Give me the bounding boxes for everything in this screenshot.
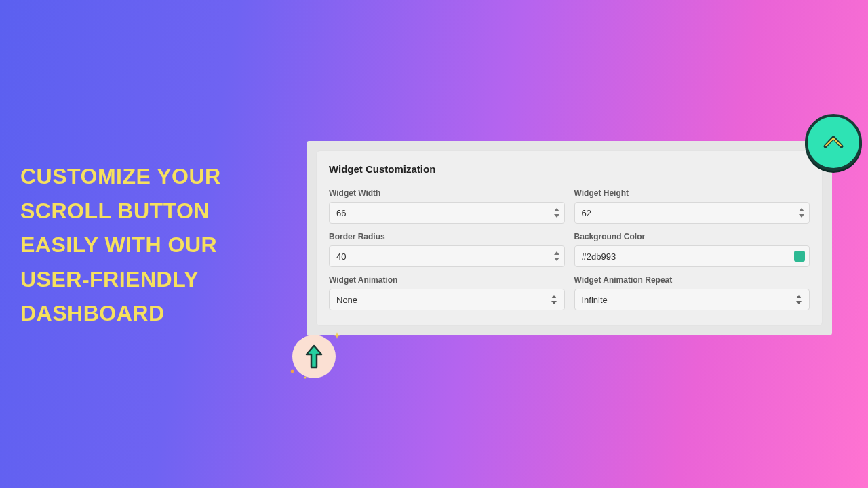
field-border-radius: Border Radius 40 xyxy=(329,232,565,267)
value-widget-animation: None xyxy=(336,295,357,305)
value-widget-height: 62 xyxy=(582,208,591,218)
panel-title: Widget Customization xyxy=(329,163,810,175)
field-widget-animation-repeat: Widget Animation Repeat Infinite xyxy=(574,275,810,310)
stepper-icon[interactable] xyxy=(798,207,805,218)
sparkle-icon xyxy=(303,375,307,380)
value-background-color: #2db993 xyxy=(582,251,616,262)
value-border-radius: 40 xyxy=(336,251,346,262)
select-widget-animation[interactable]: None xyxy=(329,289,565,310)
sparkle-icon xyxy=(334,332,340,339)
scroll-button-sample xyxy=(292,335,336,378)
select-widget-animation-repeat[interactable]: Infinite xyxy=(574,289,810,310)
stepper-icon[interactable] xyxy=(553,207,560,218)
color-swatch[interactable] xyxy=(794,251,805,262)
promo-stage: Customize your scroll button easily with… xyxy=(0,0,868,488)
value-widget-width: 66 xyxy=(336,208,346,218)
scroll-to-top-button-preview[interactable] xyxy=(805,114,862,171)
widget-customization-card: Widget Customization Widget Width 66 Wid… xyxy=(316,150,823,326)
field-background-color: Background Color #2db993 xyxy=(574,232,810,267)
chevron-updown-icon xyxy=(795,294,802,305)
label-background-color: Background Color xyxy=(574,232,810,241)
row-animation: Widget Animation None Widget Animation R… xyxy=(329,275,810,310)
label-widget-animation-repeat: Widget Animation Repeat xyxy=(574,275,810,285)
label-border-radius: Border Radius xyxy=(329,232,565,241)
svg-point-0 xyxy=(291,370,294,373)
stepper-icon[interactable] xyxy=(553,251,560,262)
label-widget-width: Widget Width xyxy=(329,188,565,198)
sparkle-icon xyxy=(290,369,295,374)
arrow-up-icon xyxy=(304,343,324,370)
row-size: Widget Width 66 Widget Height 62 xyxy=(329,188,810,224)
field-widget-animation: Widget Animation None xyxy=(329,275,565,310)
chevron-up-icon xyxy=(820,129,847,156)
row-style: Border Radius 40 Background Color #2db99… xyxy=(329,232,810,267)
input-border-radius[interactable]: 40 xyxy=(329,245,565,267)
input-widget-width[interactable]: 66 xyxy=(329,202,565,224)
field-widget-width: Widget Width 66 xyxy=(329,188,565,224)
label-widget-animation: Widget Animation xyxy=(329,275,565,285)
input-widget-height[interactable]: 62 xyxy=(574,202,810,224)
svg-point-1 xyxy=(304,377,307,379)
field-widget-height: Widget Height 62 xyxy=(574,188,810,224)
headline: Customize your scroll button easily with… xyxy=(20,159,292,331)
dashboard-panel: Widget Customization Widget Width 66 Wid… xyxy=(307,141,832,336)
label-widget-height: Widget Height xyxy=(574,188,810,198)
value-widget-animation-repeat: Infinite xyxy=(582,295,608,305)
chevron-updown-icon xyxy=(551,294,557,305)
input-background-color[interactable]: #2db993 xyxy=(574,245,810,267)
